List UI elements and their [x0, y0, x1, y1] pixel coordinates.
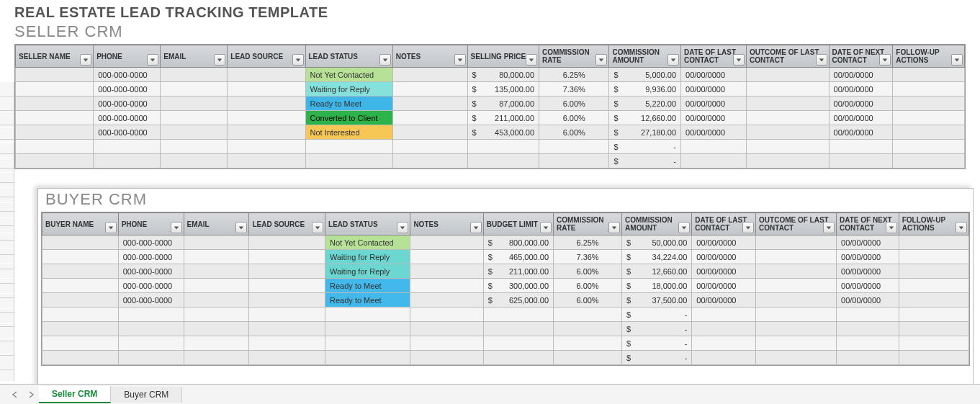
- filter-dropdown-icon[interactable]: [879, 54, 891, 66]
- cell-notes[interactable]: [392, 96, 467, 111]
- cell-notes[interactable]: [410, 250, 483, 264]
- cell-followup-actions[interactable]: [893, 125, 965, 140]
- cell-rate[interactable]: [539, 140, 609, 154]
- column-header[interactable]: COMMISSION RATE: [539, 45, 609, 68]
- cell-notes[interactable]: [410, 235, 483, 250]
- cell-phone[interactable]: [94, 154, 161, 169]
- cell-commission-amount[interactable]: $-: [622, 351, 692, 365]
- cell-followup-actions[interactable]: [899, 293, 968, 308]
- filter-dropdown-icon[interactable]: [742, 222, 754, 233]
- column-header[interactable]: COMMISSION RATE: [554, 213, 622, 235]
- cell-date-next-contact[interactable]: 00/00/0000: [829, 68, 893, 82]
- column-header[interactable]: LEAD SOURCE: [228, 45, 305, 68]
- cell-date-last-contact[interactable]: [681, 154, 747, 169]
- cell-followup-actions[interactable]: [893, 82, 965, 96]
- cell-followup-actions[interactable]: [893, 140, 965, 154]
- cell-lead-source[interactable]: [249, 235, 325, 250]
- cell-name[interactable]: [16, 96, 94, 111]
- cell-lead-source[interactable]: [249, 279, 325, 293]
- cell-phone[interactable]: 000-000-0000: [94, 96, 161, 111]
- cell-lead-source[interactable]: [249, 250, 325, 264]
- cell-price[interactable]: $453,000.00: [467, 125, 539, 140]
- filter-dropdown-icon[interactable]: [667, 54, 679, 66]
- column-header[interactable]: DATE OF NEXT CONTACT: [829, 45, 893, 68]
- cell-price[interactable]: $87,000.00: [467, 96, 539, 111]
- filter-dropdown-icon[interactable]: [454, 54, 466, 66]
- cell-rate[interactable]: [554, 351, 622, 365]
- cell-date-last-contact[interactable]: [692, 322, 756, 336]
- cell-lead-status[interactable]: [325, 322, 410, 336]
- filter-dropdown-icon[interactable]: [105, 222, 117, 233]
- cell-lead-status[interactable]: [305, 154, 392, 169]
- filter-dropdown-icon[interactable]: [540, 222, 552, 233]
- cell-email[interactable]: [184, 264, 249, 279]
- cell-commission-amount[interactable]: $-: [609, 154, 681, 169]
- column-header[interactable]: LEAD STATUS: [305, 45, 392, 68]
- cell-date-last-contact[interactable]: 00/00/0000: [692, 235, 756, 250]
- cell-phone[interactable]: [94, 140, 161, 154]
- filter-dropdown-icon[interactable]: [951, 54, 963, 66]
- tab-seller-crm[interactable]: Seller CRM: [39, 386, 111, 403]
- column-header[interactable]: PHONE: [94, 45, 161, 68]
- cell-lead-status[interactable]: Not Yet Contacted: [325, 235, 410, 250]
- cell-date-next-contact[interactable]: [837, 322, 899, 336]
- cell-email[interactable]: [161, 82, 228, 96]
- cell-phone[interactable]: 000-000-0000: [94, 82, 161, 96]
- cell-lead-source[interactable]: [249, 351, 325, 365]
- cell-lead-source[interactable]: [228, 96, 305, 111]
- cell-lead-source[interactable]: [249, 293, 325, 308]
- column-header[interactable]: BUYER NAME: [42, 213, 119, 235]
- cell-commission-amount[interactable]: $5,000.00: [609, 68, 681, 82]
- cell-price[interactable]: [483, 308, 553, 322]
- filter-dropdown-icon[interactable]: [608, 222, 620, 233]
- cell-lead-source[interactable]: [228, 82, 305, 96]
- cell-lead-source[interactable]: [228, 68, 305, 82]
- cell-commission-amount[interactable]: $27,180.00: [609, 125, 681, 140]
- filter-dropdown-icon[interactable]: [956, 222, 967, 233]
- cell-rate[interactable]: 6.00%: [554, 264, 622, 279]
- column-header[interactable]: DATE OF LAST CONTACT: [681, 45, 747, 68]
- cell-rate[interactable]: 6.00%: [539, 96, 609, 111]
- filter-dropdown-icon[interactable]: [147, 54, 158, 66]
- cell-date-last-contact[interactable]: 00/00/0000: [681, 96, 747, 111]
- cell-rate[interactable]: 7.36%: [539, 82, 609, 96]
- cell-price[interactable]: [467, 140, 539, 154]
- cell-lead-source[interactable]: [249, 264, 325, 279]
- column-header[interactable]: PHONE: [118, 213, 184, 235]
- filter-dropdown-icon[interactable]: [235, 222, 247, 233]
- cell-price[interactable]: $625,000.00: [483, 293, 553, 308]
- cell-followup-actions[interactable]: [899, 235, 968, 250]
- cell-email[interactable]: [184, 235, 249, 250]
- cell-date-last-contact[interactable]: 00/00/0000: [681, 82, 747, 96]
- cell-outcome-last-contact[interactable]: [746, 154, 829, 169]
- column-header[interactable]: NOTES: [410, 213, 483, 235]
- cell-outcome-last-contact[interactable]: [756, 264, 837, 279]
- cell-commission-amount[interactable]: $-: [609, 140, 681, 154]
- cell-lead-status[interactable]: Waiting for Reply: [305, 82, 392, 96]
- cell-email[interactable]: [161, 96, 228, 111]
- filter-dropdown-icon[interactable]: [526, 54, 537, 66]
- cell-rate[interactable]: 6.00%: [539, 125, 609, 140]
- cell-lead-source[interactable]: [249, 336, 325, 351]
- cell-outcome-last-contact[interactable]: [746, 111, 829, 125]
- cell-outcome-last-contact[interactable]: [756, 322, 837, 336]
- filter-dropdown-icon[interactable]: [379, 54, 391, 66]
- cell-notes[interactable]: [392, 125, 467, 140]
- cell-lead-status[interactable]: Converted to Client: [305, 111, 392, 125]
- filter-dropdown-icon[interactable]: [678, 222, 690, 233]
- cell-lead-source[interactable]: [228, 125, 305, 140]
- cell-phone[interactable]: [118, 308, 184, 322]
- cell-outcome-last-contact[interactable]: [756, 250, 837, 264]
- cell-lead-status[interactable]: Ready to Meet: [325, 293, 410, 308]
- cell-date-last-contact[interactable]: [692, 351, 756, 365]
- cell-date-next-contact[interactable]: 00/00/0000: [837, 264, 899, 279]
- filter-dropdown-icon[interactable]: [214, 54, 225, 66]
- cell-notes[interactable]: [410, 264, 483, 279]
- column-header[interactable]: EMAIL: [184, 213, 249, 235]
- cell-lead-status[interactable]: Not Interested: [305, 125, 392, 140]
- cell-outcome-last-contact[interactable]: [746, 82, 829, 96]
- cell-rate[interactable]: 6.00%: [539, 111, 609, 125]
- cell-outcome-last-contact[interactable]: [746, 125, 829, 140]
- cell-commission-amount[interactable]: $37,500.00: [622, 293, 692, 308]
- cell-followup-actions[interactable]: [899, 322, 968, 336]
